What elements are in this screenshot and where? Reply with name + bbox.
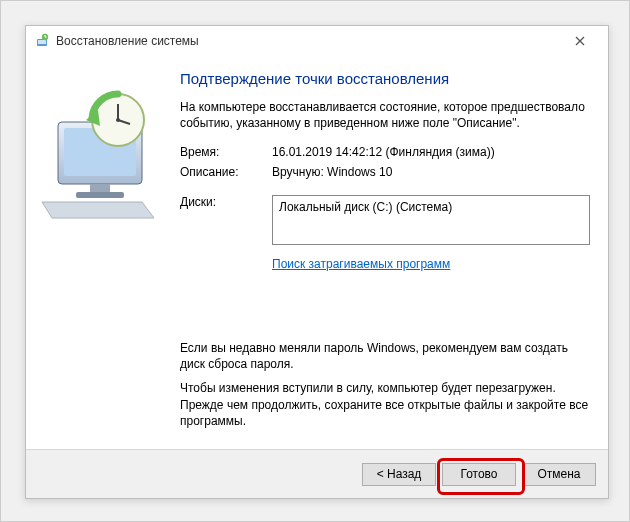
notes-block: Если вы недавно меняли пароль Windows, р… (180, 340, 590, 437)
window-title: Восстановление системы (56, 34, 560, 48)
details-column: Подтверждение точки восстановления На ко… (180, 68, 590, 437)
cancel-button[interactable]: Отмена (522, 463, 596, 486)
description-value: Вручную: Windows 10 (272, 165, 590, 179)
page-heading: Подтверждение точки восстановления (180, 70, 590, 87)
description-label: Описание: (180, 165, 272, 179)
disks-label: Диски: (180, 195, 272, 209)
app-icon (34, 33, 50, 49)
description-row: Описание: Вручную: Windows 10 (180, 165, 590, 179)
content-area: Подтверждение точки восстановления На ко… (26, 56, 608, 449)
scan-link-row: Поиск затрагиваемых программ (272, 257, 590, 271)
svg-rect-8 (76, 192, 124, 198)
svg-rect-7 (90, 184, 110, 192)
disks-row: Диски: Локальный диск (C:) (Система) (180, 195, 590, 245)
illustration-column (40, 68, 180, 437)
finish-button[interactable]: Готово (442, 463, 516, 486)
titlebar: Восстановление системы (26, 26, 608, 56)
footer-bar: < Назад Готово Отмена (26, 449, 608, 498)
note-password: Если вы недавно меняли пароль Windows, р… (180, 340, 590, 372)
note-restart: Чтобы изменения вступили в силу, компьют… (180, 380, 590, 429)
close-button[interactable] (560, 27, 600, 55)
disks-item: Локальный диск (C:) (Система) (279, 200, 583, 214)
scan-affected-programs-link[interactable]: Поиск затрагиваемых программ (272, 257, 450, 271)
svg-rect-1 (38, 40, 46, 44)
restore-illustration (40, 84, 160, 204)
time-row: Время: 16.01.2019 14:42:12 (Финляндия (з… (180, 145, 590, 159)
disks-listbox[interactable]: Локальный диск (C:) (Система) (272, 195, 590, 245)
time-label: Время: (180, 145, 272, 159)
system-restore-window: Восстановление системы (25, 25, 609, 499)
time-value: 16.01.2019 14:42:12 (Финляндия (зима)) (272, 145, 590, 159)
intro-text: На компьютере восстанавливается состояни… (180, 99, 590, 131)
back-button[interactable]: < Назад (362, 463, 436, 486)
